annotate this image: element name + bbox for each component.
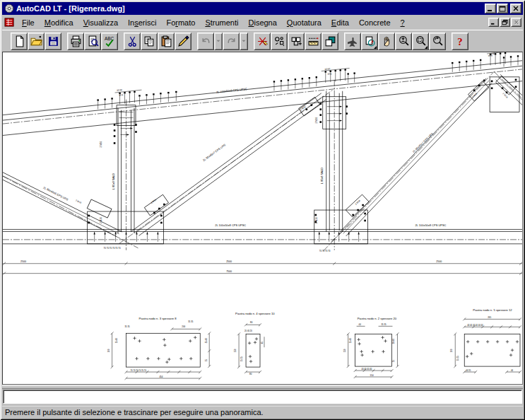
drawing-label: 150 xyxy=(343,349,346,352)
toolbar-separator xyxy=(118,30,124,52)
menu-file[interactable]: File xyxy=(17,17,40,28)
menu-strumenti[interactable]: Strumenti xyxy=(200,17,243,28)
close-button[interactable] xyxy=(510,4,521,13)
menu-inserisci[interactable]: Inserisci xyxy=(123,17,161,28)
menu-quotatura[interactable]: Quotatura xyxy=(282,17,326,28)
save-button[interactable] xyxy=(45,33,61,50)
paste-button[interactable] xyxy=(158,33,175,50)
drawing-label: 70 70 70 70 xyxy=(319,250,331,252)
drawing-label: Piastra nodo n. 2 spessore 20 xyxy=(358,317,397,320)
drawing-label: 35 35 xyxy=(125,325,130,328)
drawing-label: 30 40 xyxy=(392,339,395,344)
properties-button[interactable] xyxy=(322,33,338,50)
pan-realtime-button[interactable] xyxy=(378,33,395,50)
osnap-button[interactable] xyxy=(271,33,288,50)
drawing-label: 2L 90x45x7 CPS UPS xyxy=(202,143,227,162)
redo-flyout-button xyxy=(240,33,248,50)
drawing-label: 265 xyxy=(488,316,491,319)
drawing-label: 20 40 20 xyxy=(244,329,252,332)
menu-?[interactable]: ? xyxy=(396,17,410,28)
maximize-button[interactable] xyxy=(497,4,508,13)
drawing-label: Piastra nodo n. 3 spessore 8 xyxy=(138,317,177,320)
drawing-label: 2 M16 xyxy=(315,117,318,124)
menu-visualizza[interactable]: Visualizza xyxy=(78,17,123,28)
app-icon xyxy=(4,4,14,13)
drawing-label: L 80x8 SALD xyxy=(112,173,115,189)
zoom-previous-icon xyxy=(432,35,444,47)
format-painter-icon xyxy=(177,35,189,47)
menu-bar: FileModificaVisualizzaInserisciFormatoSt… xyxy=(2,15,523,30)
zoom-previous-button[interactable] xyxy=(429,33,446,50)
minimize-button[interactable] xyxy=(485,4,496,13)
help-button[interactable]: ? xyxy=(452,33,468,50)
aerial-view-button[interactable] xyxy=(344,33,361,50)
drawing-label: 70 70 70 70 70 70 xyxy=(131,369,147,372)
redline-button[interactable] xyxy=(254,33,271,50)
drawing-label: 2 M16 xyxy=(100,141,102,147)
toolbar-separator xyxy=(61,30,67,52)
drawing-label: 2 M16 xyxy=(100,217,102,223)
flyout-corner-icon xyxy=(425,46,427,49)
drawing-label: 100 xyxy=(450,349,453,352)
drawing-label: 70 70 70 70 70 70 xyxy=(104,247,121,250)
menu-formato[interactable]: Formato xyxy=(161,17,200,28)
drawing-labels: 2L 100x50x8 CPS UPSC2L 80x40x6 CPS UPS2L… xyxy=(20,52,514,378)
title-bar[interactable]: AutoCAD LT - [Rigenera.dwg] xyxy=(2,2,523,15)
undo-flyout-button xyxy=(214,33,223,50)
format-painter-button[interactable] xyxy=(175,33,191,50)
toolbar-separator xyxy=(191,30,197,52)
print-preview-button[interactable] xyxy=(84,33,101,50)
open-folder-button[interactable] xyxy=(28,33,45,50)
zoom-window-button[interactable] xyxy=(412,33,429,50)
drawing-label: 45 xyxy=(261,342,264,344)
pan-point-button[interactable] xyxy=(361,33,378,50)
drawing-label: 25 25 xyxy=(240,356,243,361)
drawing-label: L 80x8 SALD xyxy=(320,168,324,184)
copy-button[interactable] xyxy=(141,33,158,50)
drawing-label: 200 xyxy=(182,325,185,328)
command-panel-grip[interactable] xyxy=(2,385,523,389)
window-title: AutoCAD LT - [Rigenera.dwg] xyxy=(16,4,125,13)
copy-icon xyxy=(143,35,155,47)
menu-disegna[interactable]: Disegna xyxy=(243,17,281,28)
mdi-close-button[interactable] xyxy=(511,18,521,27)
flyout-corner-icon xyxy=(374,46,377,49)
cut-button[interactable] xyxy=(124,33,141,50)
drawing-label: 60 60 xyxy=(117,88,122,92)
cut-icon xyxy=(126,35,138,47)
print-preview-icon xyxy=(87,35,99,47)
redo-flyout-icon xyxy=(240,37,247,45)
undo-flyout-icon xyxy=(215,37,222,45)
drawing-label: 2500 xyxy=(436,260,442,263)
drawing-label: 2L 100x50x8 CPS UPSC xyxy=(415,223,446,227)
status-bar: Premere il pulsante di selezione e trasc… xyxy=(2,406,523,418)
print-button[interactable] xyxy=(67,33,84,50)
menu-concrete[interactable]: Concrete xyxy=(354,17,396,28)
menu-edita[interactable]: Edita xyxy=(326,17,354,28)
menu-modifica[interactable]: Modifica xyxy=(40,17,78,28)
zoom-realtime-button[interactable] xyxy=(395,33,412,50)
aerial-view-icon xyxy=(347,35,359,47)
drawing-label: 7500 xyxy=(226,270,232,273)
drawing-label: 44 44 44 44 44 44 xyxy=(467,324,483,327)
drawing-canvas[interactable]: 2L 100x50x8 CPS UPSC2L 80x40x6 CPS UPS2L… xyxy=(2,52,523,385)
print-icon xyxy=(70,35,82,47)
drawing-label: 44 xyxy=(511,369,514,372)
drawing-label: 150 xyxy=(370,374,374,377)
status-message: Premere il pulsante di selezione e trasc… xyxy=(5,408,264,416)
toolbar: ABC? xyxy=(2,30,523,52)
pan-realtime-icon xyxy=(381,35,393,47)
dimension-lines xyxy=(3,52,522,380)
spell-check-button[interactable]: ABC xyxy=(101,33,118,50)
drawing-label: 25 40 xyxy=(349,338,352,343)
command-line-input[interactable] xyxy=(3,390,522,404)
new-file-button[interactable] xyxy=(11,33,28,50)
spell-check-icon: ABC xyxy=(104,35,116,47)
drawing-label: 40 40 40 40 xyxy=(362,368,372,371)
drawing-label: 60 60 xyxy=(324,67,330,71)
mdi-minimize-button[interactable] xyxy=(488,18,499,27)
insert-block-button[interactable] xyxy=(288,33,305,50)
measure-button[interactable] xyxy=(305,33,322,50)
drawing-label: 25 25 xyxy=(456,356,459,361)
mdi-restore-button[interactable] xyxy=(500,18,510,27)
